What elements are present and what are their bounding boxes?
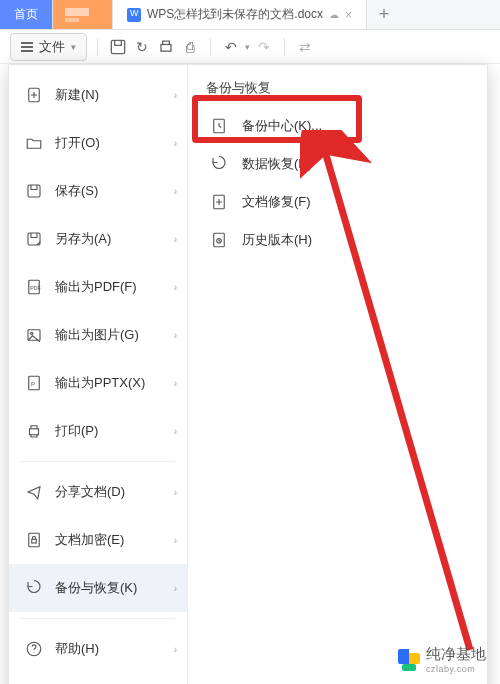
help-icon <box>25 640 43 658</box>
watermark: 纯净基地 czlaby.com <box>398 645 486 674</box>
file-menu-primary: 新建(N)›打开(O)›保存(S)›另存为(A)›PDF输出为PDF(F)›输出… <box>9 65 187 684</box>
submenu-item-backup-center[interactable]: 备份中心(K)... <box>188 107 487 145</box>
menu-item-label: 文档加密(E) <box>55 531 124 549</box>
svg-point-8 <box>31 332 33 334</box>
menu-item-export-pdf[interactable]: PDF输出为PDF(F)› <box>9 263 187 311</box>
menu-item-save-as[interactable]: 另存为(A)› <box>9 215 187 263</box>
menu-item-label: 输出为PPTX(X) <box>55 374 145 392</box>
submenu-item-label: 文档修复(F) <box>242 193 311 211</box>
tab-home[interactable]: 首页 <box>0 0 53 29</box>
chevron-down-icon: ▾ <box>71 42 76 52</box>
watermark-logo-icon <box>398 649 420 671</box>
watermark-text: 纯净基地 <box>426 645 486 662</box>
tab-home-label: 首页 <box>14 6 38 23</box>
print-icon[interactable] <box>156 37 176 57</box>
submenu-item-label: 数据恢复(R) <box>242 155 312 173</box>
menu-item-label: 新建(N) <box>55 86 99 104</box>
separator <box>97 38 98 56</box>
watermark-sub: czlaby.com <box>426 664 486 674</box>
chevron-right-icon: › <box>174 282 177 293</box>
doc-repair-icon <box>210 193 228 211</box>
tab-close-icon[interactable]: × <box>345 8 352 22</box>
file-button-label: 文件 <box>39 38 65 56</box>
undo-caret-icon[interactable]: ▾ <box>245 42 250 52</box>
chevron-right-icon: › <box>174 186 177 197</box>
submenu-item-data-recover[interactable]: 数据恢复(R) <box>188 145 487 183</box>
chevron-right-icon: › <box>174 138 177 149</box>
menu-divider <box>21 618 175 619</box>
submenu-item-label: 备份中心(K)... <box>242 117 322 135</box>
svg-rect-3 <box>28 185 40 197</box>
tab-doc-title: WPS怎样找到未保存的文档.docx <box>147 6 323 23</box>
chevron-right-icon: › <box>174 535 177 546</box>
print-icon <box>25 422 43 440</box>
undo-print-icon[interactable]: ↻ <box>132 37 152 57</box>
menu-item-label: 输出为图片(G) <box>55 326 139 344</box>
menu-item-new[interactable]: 新建(N)› <box>9 71 187 119</box>
backup-center-icon <box>210 117 228 135</box>
tab-add-button[interactable]: + <box>367 0 401 29</box>
export-image-icon <box>25 326 43 344</box>
menu-item-label: 保存(S) <box>55 182 98 200</box>
save-icon <box>25 182 43 200</box>
chevron-right-icon: › <box>174 583 177 594</box>
word-doc-icon <box>127 8 141 22</box>
save-icon[interactable] <box>108 37 128 57</box>
svg-rect-0 <box>111 40 124 53</box>
submenu-title: 备份与恢复 <box>188 75 487 107</box>
file-menu-button[interactable]: 文件 ▾ <box>10 33 87 61</box>
share-icon <box>25 483 43 501</box>
data-recover-icon <box>210 155 228 173</box>
menu-item-backup-restore[interactable]: 备份与恢复(K)› <box>9 564 187 612</box>
menu-item-share[interactable]: 分享文档(D)› <box>9 468 187 516</box>
submenu-item-doc-repair[interactable]: 文档修复(F) <box>188 183 487 221</box>
menu-item-print[interactable]: 打印(P)› <box>9 407 187 455</box>
export-pptx-icon: P <box>25 374 43 392</box>
hamburger-icon <box>21 42 33 52</box>
menu-item-export-pptx[interactable]: P输出为PPTX(X)› <box>9 359 187 407</box>
tab-strip: 首页 WPS怎样找到未保存的文档.docx ☁ × + <box>0 0 500 30</box>
svg-rect-13 <box>32 539 37 543</box>
separator <box>284 38 285 56</box>
export-pdf-icon: PDF <box>25 278 43 296</box>
menu-item-label: 打开(O) <box>55 134 100 152</box>
menu-item-export-image[interactable]: 输出为图片(G)› <box>9 311 187 359</box>
chevron-right-icon: › <box>174 330 177 341</box>
svg-text:PDF: PDF <box>30 285 41 291</box>
history-icon <box>210 231 228 249</box>
menu-item-help[interactable]: 帮助(H)› <box>9 625 187 673</box>
menu-item-label: 备份与恢复(K) <box>55 579 137 597</box>
chevron-right-icon: › <box>174 90 177 101</box>
format-painter-icon[interactable]: ⇄ <box>295 37 315 57</box>
backup-restore-icon <box>25 579 43 597</box>
menu-item-open[interactable]: 打开(O)› <box>9 119 187 167</box>
svg-text:P: P <box>31 381 35 387</box>
print-preview-icon[interactable]: ⎙ <box>180 37 200 57</box>
menu-item-encrypt[interactable]: 文档加密(E)› <box>9 516 187 564</box>
new-icon <box>25 86 43 104</box>
tab-document[interactable]: WPS怎样找到未保存的文档.docx ☁ × <box>113 0 367 29</box>
svg-rect-12 <box>29 533 40 547</box>
open-icon <box>25 134 43 152</box>
chevron-right-icon: › <box>174 487 177 498</box>
menu-divider <box>21 461 175 462</box>
cloud-sync-icon: ☁ <box>329 9 339 20</box>
undo-icon[interactable]: ↶ <box>221 37 241 57</box>
svg-rect-11 <box>30 429 39 435</box>
tab-unnamed[interactable] <box>53 0 113 29</box>
menu-item-save[interactable]: 保存(S)› <box>9 167 187 215</box>
menu-item-label: 输出为PDF(F) <box>55 278 137 296</box>
file-menu-dropdown: 新建(N)›打开(O)›保存(S)›另存为(A)›PDF输出为PDF(F)›输出… <box>8 64 488 684</box>
chevron-right-icon: › <box>174 644 177 655</box>
svg-rect-1 <box>161 44 171 51</box>
toolbar: 文件 ▾ ↻ ⎙ ↶ ▾ ↷ ⇄ <box>0 30 500 64</box>
menu-item-label: 分享文档(D) <box>55 483 125 501</box>
chevron-right-icon: › <box>174 234 177 245</box>
chevron-right-icon: › <box>174 426 177 437</box>
chevron-right-icon: › <box>174 378 177 389</box>
file-submenu-backup: 备份与恢复 备份中心(K)...数据恢复(R)文档修复(F)历史版本(H) <box>187 65 487 684</box>
redo-icon[interactable]: ↷ <box>254 37 274 57</box>
submenu-item-history[interactable]: 历史版本(H) <box>188 221 487 259</box>
menu-item-options[interactable]: 选项(L)› <box>9 673 187 684</box>
encrypt-icon <box>25 531 43 549</box>
